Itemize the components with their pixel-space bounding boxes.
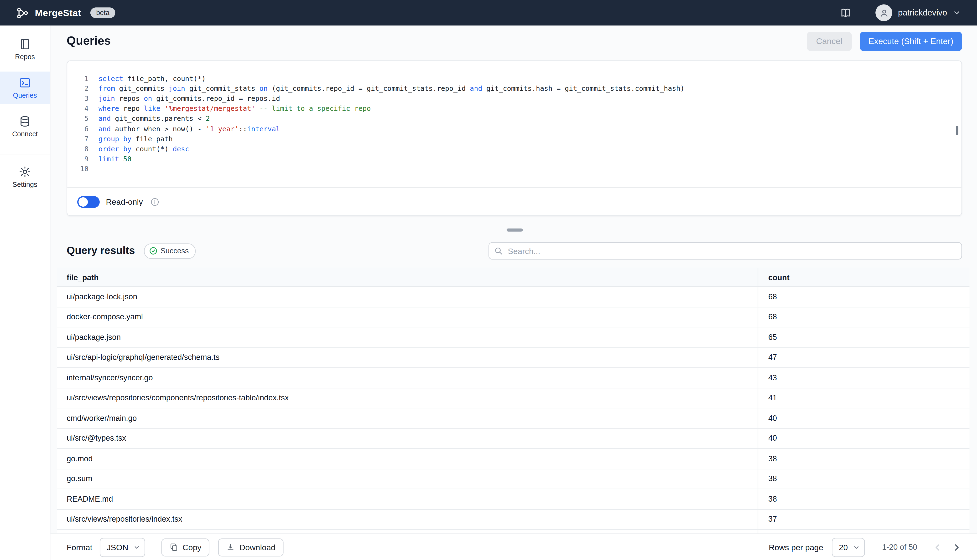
count-cell: 68	[758, 307, 969, 327]
count-cell: 38	[758, 449, 969, 468]
editor-footer: Read-only	[67, 187, 962, 215]
sidebar-item-settings[interactable]: Settings	[0, 161, 50, 193]
code-text: order by count(*) desc	[89, 145, 189, 153]
sidebar-item-queries[interactable]: Queries	[0, 72, 50, 104]
beta-badge: beta	[90, 7, 115, 18]
format-select[interactable]: JSON	[100, 538, 145, 557]
line-number: 9	[67, 155, 89, 163]
table-row: ui/src/views/repositories/components/rep…	[57, 388, 970, 408]
main: Queries Cancel Execute (Shift + Enter) 1…	[50, 25, 977, 560]
file-path-cell: docker-compose.yaml	[57, 307, 758, 327]
results-header: Query results Success	[67, 242, 962, 260]
sidebar: Repos Queries Connect Setting	[0, 25, 50, 560]
table-header-row: file_path count	[57, 268, 970, 287]
readonly-toggle[interactable]	[77, 196, 100, 208]
code-line: 7group by file_path	[67, 134, 962, 144]
table-row: docker-compose.yaml68	[57, 307, 970, 327]
code-line: 8order by count(*) desc	[67, 144, 962, 154]
chevron-down-icon	[133, 544, 140, 551]
line-number: 10	[67, 165, 89, 173]
sidebar-item-repos[interactable]: Repos	[0, 33, 50, 65]
file-path-cell: go.sum	[57, 469, 758, 488]
copy-button[interactable]: Copy	[161, 538, 209, 556]
count-cell: 47	[758, 348, 969, 367]
table-row: ui/src/views/repositories/index.tsx37	[57, 510, 970, 530]
check-circle-icon	[149, 247, 157, 255]
mergestat-logo	[15, 6, 29, 20]
table-row: ui/src/@types.tsx40	[57, 429, 970, 449]
avatar	[876, 4, 893, 21]
code-line: 10	[67, 164, 962, 174]
sidebar-item-connect[interactable]: Connect	[0, 110, 50, 143]
count-cell: 34	[758, 530, 969, 533]
file-path-cell: README.md	[57, 489, 758, 509]
table-row: internal/syncer/syncer.go43	[57, 368, 970, 388]
sidebar-item-label: Repos	[15, 53, 35, 60]
line-number: 3	[67, 95, 89, 103]
header-actions: Cancel Execute (Shift + Enter)	[807, 32, 962, 51]
shell: Repos Queries Connect Setting	[0, 25, 977, 560]
code-text: group by file_path	[89, 135, 173, 143]
topbar: MergeStat beta patrickdevivo	[0, 0, 977, 25]
table-row: ui/src/utils/constants.ts34	[57, 530, 970, 533]
page-header: Queries Cancel Execute (Shift + Enter)	[67, 25, 962, 57]
sidebar-item-label: Settings	[13, 181, 37, 188]
download-button[interactable]: Download	[218, 538, 284, 556]
download-label: Download	[239, 543, 276, 552]
file-path-cell: ui/src/views/repositories/components/rep…	[57, 388, 758, 408]
code-text: join repos on git_commits.repo_id = repo…	[89, 95, 280, 103]
brand[interactable]: MergeStat	[15, 6, 81, 20]
table-row: go.sum38	[57, 469, 970, 489]
content: Queries Cancel Execute (Shift + Enter) 1…	[50, 25, 977, 533]
search-box	[488, 242, 962, 260]
count-cell: 40	[758, 408, 969, 428]
file-path-cell: ui/src/@types.tsx	[57, 429, 758, 448]
pagination-range: 1-20 of 50	[882, 543, 917, 552]
code-line: 6and author_when > now() - '1 year'::int…	[67, 124, 962, 134]
docs-book-icon[interactable]	[839, 7, 852, 19]
file-path-cell: ui/src/api-logic/graphql/generated/schem…	[57, 348, 758, 367]
count-cell: 40	[758, 429, 969, 448]
gear-icon	[18, 166, 31, 178]
user-icon	[879, 8, 889, 18]
count-cell: 65	[758, 327, 969, 347]
rows-per-page-value: 20	[839, 543, 848, 552]
app: MergeStat beta patrickdevivo	[0, 0, 977, 560]
brand-name: MergeStat	[35, 7, 81, 18]
chevron-down-icon	[853, 544, 860, 551]
column-header-count: count	[758, 268, 969, 287]
format-value: JSON	[107, 543, 128, 552]
copy-label: Copy	[182, 543, 201, 552]
toggle-knob	[79, 197, 88, 207]
database-icon	[18, 115, 31, 127]
user-name: patrickdevivo	[898, 8, 947, 17]
code-line: 1select file_path, count(*)	[67, 73, 962, 83]
table-row: ui/package.json65	[57, 327, 970, 348]
results-table: file_path count ui/package-lock.json68do…	[57, 268, 970, 533]
editor-scrollbar-thumb[interactable]	[956, 126, 958, 135]
line-number: 6	[67, 125, 89, 133]
repos-icon	[18, 38, 31, 50]
count-cell: 37	[758, 510, 969, 529]
results-title: Query results	[67, 245, 135, 257]
line-number: 8	[67, 145, 89, 153]
info-icon[interactable]	[150, 197, 160, 207]
execute-button[interactable]: Execute (Shift + Enter)	[860, 32, 962, 51]
count-cell: 68	[758, 287, 969, 307]
next-page-button[interactable]	[952, 542, 962, 552]
search-input[interactable]	[488, 242, 962, 260]
column-header-file-path: file_path	[57, 268, 758, 287]
chevron-right-icon	[952, 542, 962, 552]
prev-page-button[interactable]	[932, 542, 943, 552]
status-badge: Success	[144, 243, 196, 258]
user-menu[interactable]: patrickdevivo	[876, 4, 961, 21]
file-path-cell: cmd/worker/main.go	[57, 408, 758, 428]
rows-per-page-select[interactable]: 20	[832, 538, 865, 557]
sql-editor[interactable]: 1select file_path, count(*)2from git_com…	[67, 61, 962, 187]
status-text: Success	[161, 247, 189, 255]
cancel-button[interactable]: Cancel	[807, 32, 852, 51]
sidebar-divider	[0, 154, 50, 154]
table-row: ui/src/api-logic/graphql/generated/schem…	[57, 348, 970, 368]
line-number: 7	[67, 135, 89, 143]
resize-handle[interactable]	[506, 228, 522, 232]
